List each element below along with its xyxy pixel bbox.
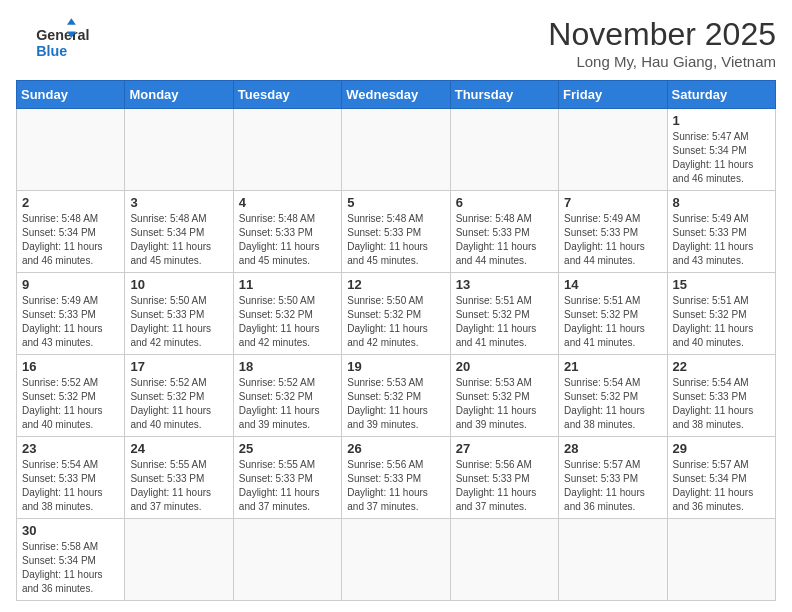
calendar-cell <box>450 519 558 601</box>
calendar-cell <box>125 519 233 601</box>
day-info: Sunrise: 5:55 AM Sunset: 5:33 PM Dayligh… <box>239 458 336 514</box>
calendar-cell: 3Sunrise: 5:48 AM Sunset: 5:34 PM Daylig… <box>125 191 233 273</box>
day-info: Sunrise: 5:52 AM Sunset: 5:32 PM Dayligh… <box>130 376 227 432</box>
calendar-cell: 28Sunrise: 5:57 AM Sunset: 5:33 PM Dayli… <box>559 437 667 519</box>
day-number: 25 <box>239 441 336 456</box>
day-number: 27 <box>456 441 553 456</box>
column-header-thursday: Thursday <box>450 81 558 109</box>
column-header-monday: Monday <box>125 81 233 109</box>
day-number: 14 <box>564 277 661 292</box>
day-info: Sunrise: 5:49 AM Sunset: 5:33 PM Dayligh… <box>673 212 770 268</box>
day-info: Sunrise: 5:56 AM Sunset: 5:33 PM Dayligh… <box>347 458 444 514</box>
location-subtitle: Long My, Hau Giang, Vietnam <box>548 53 776 70</box>
calendar-cell: 14Sunrise: 5:51 AM Sunset: 5:32 PM Dayli… <box>559 273 667 355</box>
calendar-cell: 11Sunrise: 5:50 AM Sunset: 5:32 PM Dayli… <box>233 273 341 355</box>
calendar-cell: 1Sunrise: 5:47 AM Sunset: 5:34 PM Daylig… <box>667 109 775 191</box>
calendar-cell: 12Sunrise: 5:50 AM Sunset: 5:32 PM Dayli… <box>342 273 450 355</box>
day-number: 15 <box>673 277 770 292</box>
day-info: Sunrise: 5:54 AM Sunset: 5:32 PM Dayligh… <box>564 376 661 432</box>
svg-text:Blue: Blue <box>36 43 67 59</box>
day-number: 6 <box>456 195 553 210</box>
calendar-cell: 17Sunrise: 5:52 AM Sunset: 5:32 PM Dayli… <box>125 355 233 437</box>
calendar-cell: 25Sunrise: 5:55 AM Sunset: 5:33 PM Dayli… <box>233 437 341 519</box>
day-number: 13 <box>456 277 553 292</box>
calendar-cell: 10Sunrise: 5:50 AM Sunset: 5:33 PM Dayli… <box>125 273 233 355</box>
day-info: Sunrise: 5:48 AM Sunset: 5:33 PM Dayligh… <box>456 212 553 268</box>
day-info: Sunrise: 5:49 AM Sunset: 5:33 PM Dayligh… <box>564 212 661 268</box>
calendar-cell: 29Sunrise: 5:57 AM Sunset: 5:34 PM Dayli… <box>667 437 775 519</box>
day-number: 23 <box>22 441 119 456</box>
day-number: 30 <box>22 523 119 538</box>
calendar-cell <box>559 519 667 601</box>
day-info: Sunrise: 5:49 AM Sunset: 5:33 PM Dayligh… <box>22 294 119 350</box>
month-title: November 2025 <box>548 16 776 53</box>
day-number: 18 <box>239 359 336 374</box>
day-info: Sunrise: 5:48 AM Sunset: 5:34 PM Dayligh… <box>22 212 119 268</box>
svg-marker-2 <box>67 18 76 25</box>
day-info: Sunrise: 5:47 AM Sunset: 5:34 PM Dayligh… <box>673 130 770 186</box>
column-header-sunday: Sunday <box>17 81 125 109</box>
calendar-cell <box>342 109 450 191</box>
calendar-cell: 8Sunrise: 5:49 AM Sunset: 5:33 PM Daylig… <box>667 191 775 273</box>
day-info: Sunrise: 5:48 AM Sunset: 5:34 PM Dayligh… <box>130 212 227 268</box>
day-number: 24 <box>130 441 227 456</box>
calendar-cell: 24Sunrise: 5:55 AM Sunset: 5:33 PM Dayli… <box>125 437 233 519</box>
day-number: 3 <box>130 195 227 210</box>
calendar-cell: 20Sunrise: 5:53 AM Sunset: 5:32 PM Dayli… <box>450 355 558 437</box>
day-number: 1 <box>673 113 770 128</box>
calendar-cell: 2Sunrise: 5:48 AM Sunset: 5:34 PM Daylig… <box>17 191 125 273</box>
calendar-cell: 4Sunrise: 5:48 AM Sunset: 5:33 PM Daylig… <box>233 191 341 273</box>
day-info: Sunrise: 5:58 AM Sunset: 5:34 PM Dayligh… <box>22 540 119 596</box>
day-info: Sunrise: 5:52 AM Sunset: 5:32 PM Dayligh… <box>239 376 336 432</box>
day-info: Sunrise: 5:50 AM Sunset: 5:32 PM Dayligh… <box>239 294 336 350</box>
calendar-cell: 27Sunrise: 5:56 AM Sunset: 5:33 PM Dayli… <box>450 437 558 519</box>
day-info: Sunrise: 5:56 AM Sunset: 5:33 PM Dayligh… <box>456 458 553 514</box>
calendar-week-row: 1Sunrise: 5:47 AM Sunset: 5:34 PM Daylig… <box>17 109 776 191</box>
day-info: Sunrise: 5:54 AM Sunset: 5:33 PM Dayligh… <box>22 458 119 514</box>
day-number: 16 <box>22 359 119 374</box>
day-number: 7 <box>564 195 661 210</box>
calendar-cell <box>342 519 450 601</box>
day-number: 10 <box>130 277 227 292</box>
day-number: 8 <box>673 195 770 210</box>
calendar-cell: 9Sunrise: 5:49 AM Sunset: 5:33 PM Daylig… <box>17 273 125 355</box>
day-number: 29 <box>673 441 770 456</box>
day-info: Sunrise: 5:57 AM Sunset: 5:33 PM Dayligh… <box>564 458 661 514</box>
day-info: Sunrise: 5:54 AM Sunset: 5:33 PM Dayligh… <box>673 376 770 432</box>
calendar-cell <box>17 109 125 191</box>
day-info: Sunrise: 5:51 AM Sunset: 5:32 PM Dayligh… <box>564 294 661 350</box>
day-info: Sunrise: 5:52 AM Sunset: 5:32 PM Dayligh… <box>22 376 119 432</box>
calendar-cell <box>559 109 667 191</box>
day-info: Sunrise: 5:50 AM Sunset: 5:32 PM Dayligh… <box>347 294 444 350</box>
calendar-cell: 30Sunrise: 5:58 AM Sunset: 5:34 PM Dayli… <box>17 519 125 601</box>
calendar-cell: 26Sunrise: 5:56 AM Sunset: 5:33 PM Dayli… <box>342 437 450 519</box>
general-blue-logo-icon: General Blue <box>16 16 96 60</box>
calendar-cell: 19Sunrise: 5:53 AM Sunset: 5:32 PM Dayli… <box>342 355 450 437</box>
calendar-cell <box>667 519 775 601</box>
day-info: Sunrise: 5:50 AM Sunset: 5:33 PM Dayligh… <box>130 294 227 350</box>
day-number: 5 <box>347 195 444 210</box>
day-number: 9 <box>22 277 119 292</box>
calendar-header-row: SundayMondayTuesdayWednesdayThursdayFrid… <box>17 81 776 109</box>
title-area: November 2025 Long My, Hau Giang, Vietna… <box>548 16 776 70</box>
calendar-week-row: 23Sunrise: 5:54 AM Sunset: 5:33 PM Dayli… <box>17 437 776 519</box>
calendar-cell <box>233 109 341 191</box>
calendar-week-row: 9Sunrise: 5:49 AM Sunset: 5:33 PM Daylig… <box>17 273 776 355</box>
calendar-cell: 22Sunrise: 5:54 AM Sunset: 5:33 PM Dayli… <box>667 355 775 437</box>
day-number: 11 <box>239 277 336 292</box>
calendar-cell: 13Sunrise: 5:51 AM Sunset: 5:32 PM Dayli… <box>450 273 558 355</box>
header: General Blue November 2025 Long My, Hau … <box>16 16 776 70</box>
logo: General Blue <box>16 16 96 60</box>
calendar-cell: 15Sunrise: 5:51 AM Sunset: 5:32 PM Dayli… <box>667 273 775 355</box>
day-number: 19 <box>347 359 444 374</box>
calendar-week-row: 30Sunrise: 5:58 AM Sunset: 5:34 PM Dayli… <box>17 519 776 601</box>
day-info: Sunrise: 5:51 AM Sunset: 5:32 PM Dayligh… <box>456 294 553 350</box>
day-info: Sunrise: 5:53 AM Sunset: 5:32 PM Dayligh… <box>456 376 553 432</box>
calendar-cell: 6Sunrise: 5:48 AM Sunset: 5:33 PM Daylig… <box>450 191 558 273</box>
svg-text:General: General <box>36 27 89 43</box>
day-number: 20 <box>456 359 553 374</box>
day-number: 22 <box>673 359 770 374</box>
calendar-cell: 18Sunrise: 5:52 AM Sunset: 5:32 PM Dayli… <box>233 355 341 437</box>
day-info: Sunrise: 5:57 AM Sunset: 5:34 PM Dayligh… <box>673 458 770 514</box>
calendar-cell <box>450 109 558 191</box>
